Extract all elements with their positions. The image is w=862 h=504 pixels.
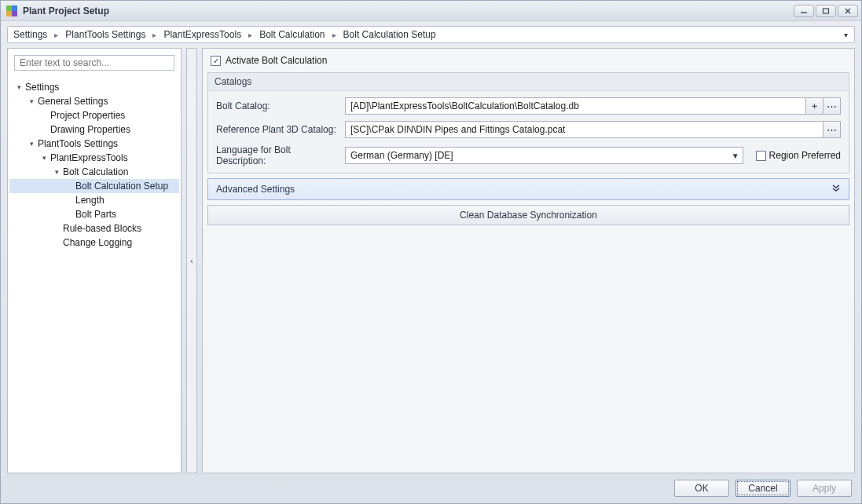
breadcrumb-boltcalc[interactable]: Bolt Calculation	[257, 29, 327, 40]
tree-bolt-calculation[interactable]: ▾Bolt Calculation	[9, 165, 179, 179]
lang-value: German (Germany) [DE]	[350, 150, 453, 161]
breadcrumb: Settings ▸ PlantTools Settings ▸ PlantEx…	[7, 26, 855, 43]
cancel-button[interactable]: Cancel	[735, 480, 790, 497]
window-title: Plant Project Setup	[23, 5, 794, 16]
chevron-right-icon: ▸	[332, 31, 336, 39]
breadcrumb-settings[interactable]: Settings	[11, 29, 50, 40]
svg-rect-2	[6, 11, 12, 16]
search-input[interactable]	[14, 55, 174, 71]
advanced-settings-toggle[interactable]: Advanced Settings	[207, 178, 849, 200]
tree-project-properties[interactable]: Project Properties	[9, 108, 179, 122]
bolt-catalog-field[interactable]: [AD]\PlantExpressTools\BoltCalculation\B…	[345, 97, 806, 115]
dialog-window: Plant Project Setup Settings ▸ PlantTool…	[0, 0, 862, 504]
bolt-catalog-browse-button[interactable]: ⋯	[823, 97, 841, 115]
bolt-catalog-add-button[interactable]: ＋	[806, 97, 823, 115]
region-preferred-label: Region Preferred	[769, 150, 841, 161]
breadcrumb-plantexpress[interactable]: PlantExpressTools	[161, 29, 244, 40]
tree-change-logging[interactable]: Change Logging	[9, 236, 179, 250]
ref-catalog-label: Reference Plant 3D Catalog:	[216, 124, 339, 135]
minimize-button[interactable]	[794, 5, 814, 17]
chevron-left-icon: ‹	[190, 256, 193, 265]
breadcrumb-boltcalc-setup[interactable]: Bolt Calculation Setup	[341, 29, 438, 40]
tree-drawing-properties[interactable]: Drawing Properties	[9, 122, 179, 137]
ref-catalog-row: Reference Plant 3D Catalog: [SC]\CPak DI…	[216, 121, 841, 138]
main-content: ✓ Activate Bolt Calculation Catalogs Bol…	[202, 48, 855, 473]
lang-label: Language for Bolt Description:	[216, 144, 339, 166]
tree-bolt-calc-setup[interactable]: Bolt Calculation Setup	[9, 179, 179, 193]
dialog-footer: OK Cancel Apply	[1, 473, 861, 503]
window-controls	[794, 5, 858, 17]
lang-row: Language for Bolt Description: German (G…	[216, 144, 841, 166]
sidebar-collapse-handle[interactable]: ‹	[186, 48, 197, 473]
svg-rect-3	[12, 11, 17, 16]
tree-plantexpresstools[interactable]: ▾PlantExpressTools	[9, 151, 179, 165]
bolt-catalog-row: Bolt Catalog: [AD]\PlantExpressTools\Bol…	[216, 97, 841, 115]
svg-rect-0	[6, 5, 12, 11]
expander-icon: ▾	[14, 83, 24, 91]
tree-bolt-parts[interactable]: Bolt Parts	[9, 207, 179, 221]
titlebar: Plant Project Setup	[1, 1, 861, 21]
clean-db-sync-label: Clean Database Synchronization	[460, 210, 597, 221]
breadcrumb-planttools[interactable]: PlantTools Settings	[63, 29, 148, 40]
tree-length[interactable]: Length	[9, 193, 179, 207]
expander-icon: ▾	[39, 154, 49, 162]
catalogs-body: Bolt Catalog: [AD]\PlantExpressTools\Bol…	[208, 91, 849, 173]
tree-general-settings[interactable]: ▾General Settings	[9, 94, 179, 108]
tree-settings[interactable]: ▾Settings	[9, 80, 179, 94]
close-button[interactable]	[838, 5, 858, 17]
catalogs-panel: Catalogs Bolt Catalog: [AD]\PlantExpress…	[207, 72, 849, 173]
expander-icon: ▾	[52, 168, 61, 176]
plus-icon: ＋	[809, 99, 820, 113]
body-area: ▾Settings ▾General Settings Project Prop…	[7, 48, 855, 473]
ellipsis-icon: ⋯	[827, 100, 837, 112]
search-wrap	[8, 49, 181, 77]
chevron-right-icon: ▸	[248, 31, 252, 39]
svg-rect-5	[823, 9, 829, 13]
ok-button[interactable]: OK	[674, 480, 729, 497]
chevron-right-icon: ▸	[54, 31, 58, 39]
nav-tree: ▾Settings ▾General Settings Project Prop…	[8, 77, 181, 473]
ref-catalog-field[interactable]: [SC]\CPak DIN\DIN Pipes and Fittings Cat…	[345, 121, 823, 138]
tree-rule-based-blocks[interactable]: Rule-based Blocks	[9, 221, 179, 236]
chevron-down-icon: ▼	[732, 152, 739, 160]
apply-button: Apply	[797, 480, 852, 497]
catalogs-title: Catalogs	[208, 73, 849, 91]
chevron-right-icon: ▸	[152, 31, 156, 39]
ellipsis-icon: ⋯	[827, 124, 837, 136]
bolt-catalog-label: Bolt Catalog:	[216, 100, 339, 111]
activate-label: Activate Bolt Calculation	[226, 55, 327, 66]
svg-rect-1	[12, 5, 17, 11]
expand-down-icon	[831, 184, 841, 195]
ref-catalog-browse-button[interactable]: ⋯	[823, 121, 841, 138]
region-preferred-checkbox[interactable]: ✓	[756, 151, 766, 161]
activate-checkbox[interactable]: ✓	[211, 56, 221, 66]
activate-row: ✓ Activate Bolt Calculation	[207, 53, 849, 68]
expander-icon: ▾	[27, 97, 36, 105]
maximize-button[interactable]	[816, 5, 836, 17]
advanced-label: Advanced Settings	[216, 184, 295, 195]
expander-icon: ▾	[27, 140, 36, 148]
tree-planttools-settings[interactable]: ▾PlantTools Settings	[9, 137, 179, 151]
app-icon	[6, 5, 18, 17]
clean-db-sync-button[interactable]: Clean Database Synchronization	[207, 205, 849, 225]
sidebar: ▾Settings ▾General Settings Project Prop…	[7, 48, 182, 473]
breadcrumb-dropdown-icon[interactable]: ▾	[844, 31, 851, 39]
lang-combo[interactable]: German (Germany) [DE] ▼	[345, 147, 743, 164]
